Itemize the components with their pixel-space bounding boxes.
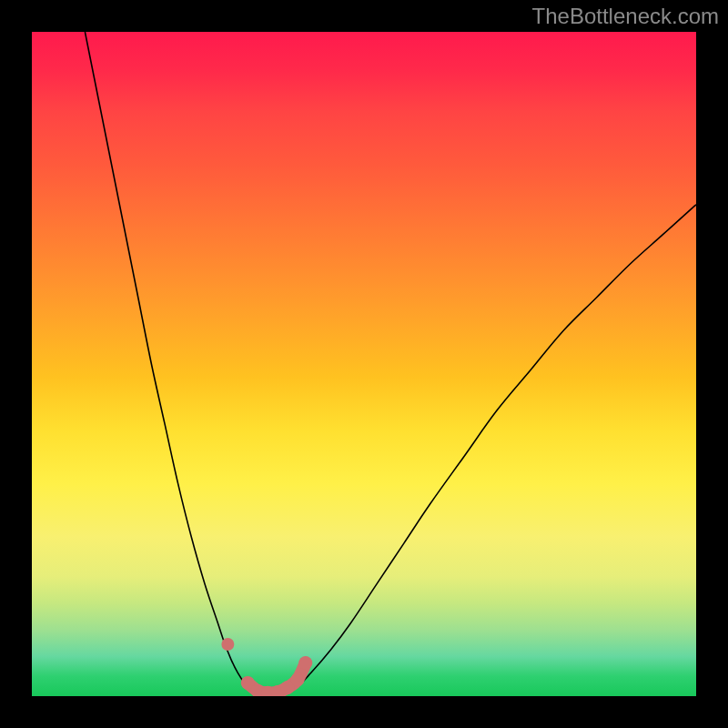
highlight-dot bbox=[291, 672, 305, 686]
chart-container: TheBottleneck.com bbox=[0, 0, 728, 728]
watermark-text: TheBottleneck.com bbox=[532, 4, 719, 29]
curve-right-branch bbox=[284, 205, 696, 693]
highlight-dot bbox=[221, 638, 234, 651]
plot-area bbox=[32, 32, 696, 696]
highlight-dot bbox=[298, 656, 312, 670]
curve-left-branch bbox=[85, 32, 258, 693]
curve-layer bbox=[32, 32, 696, 696]
